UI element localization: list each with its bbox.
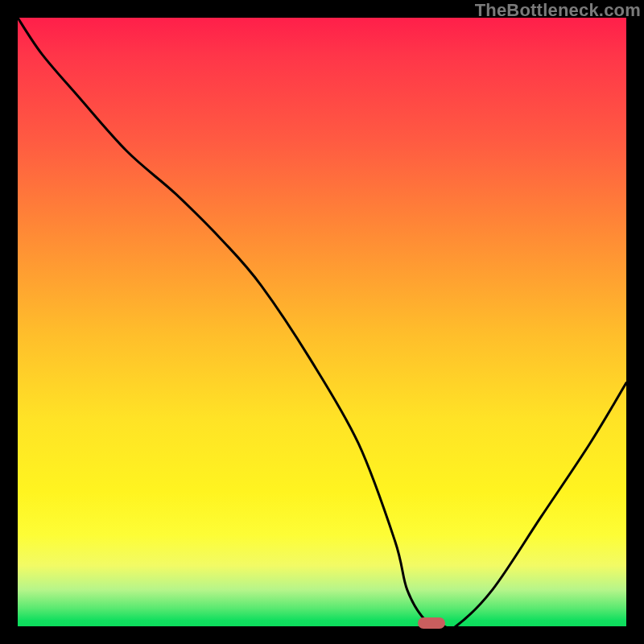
optimum-marker xyxy=(418,617,445,629)
watermark-text: TheBottleneck.com xyxy=(475,0,641,21)
background-gradient xyxy=(18,18,626,626)
plot-area xyxy=(18,18,626,626)
